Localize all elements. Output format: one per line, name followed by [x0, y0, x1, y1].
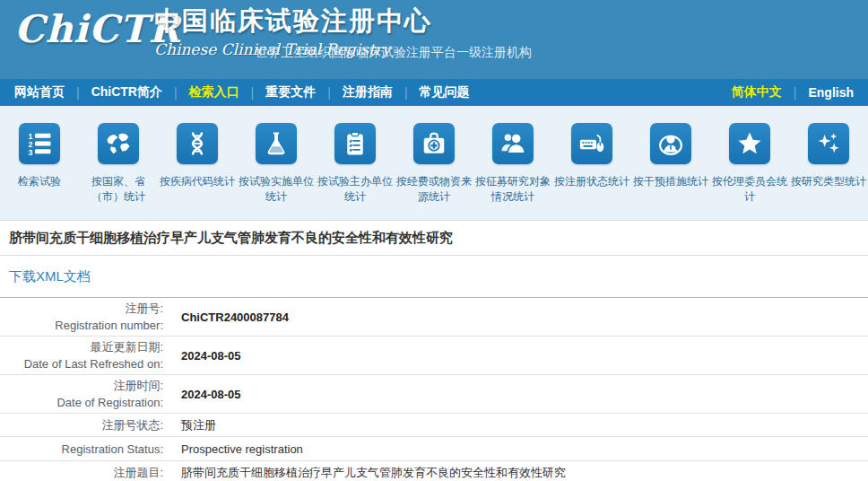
toolbar-item-by-recruitment-status[interactable]: 按征募研究对象情况统计: [473, 123, 552, 220]
site-title-zh: 中国临床试验注册中心: [154, 4, 432, 39]
nav-separator: |: [174, 85, 178, 100]
toolbar-item-label: 按征募研究对象情况统计: [474, 174, 551, 205]
registration-number-value: ChiCTR2400087784: [172, 310, 868, 324]
flask-icon: [256, 123, 297, 164]
toolbar-item-label: 按干预措施统计: [632, 174, 709, 189]
public-title-value: 脐带间充质干细胞移植治疗早产儿支气管肺发育不良的安全性和有效性研究: [172, 465, 868, 481]
table-row: 注册题目: 脐带间充质干细胞移植治疗早产儿支气管肺发育不良的安全性和有效性研究: [0, 461, 868, 481]
toolbar-item-label: 按伦理委员会统计: [711, 174, 788, 205]
toolbar-item-by-sponsor-unit[interactable]: 按试验主办单位统计: [316, 123, 395, 220]
toolbar-item-label: 按注册状态统计: [553, 174, 630, 189]
statistics-toolbar: 123 检索试验 按国家、省（市）统计 按疾病代码统计 按试验实施单位统计 按试…: [0, 106, 868, 221]
dna-icon: [177, 123, 218, 164]
page-title: 脐带间充质干细胞移植治疗早产儿支气管肺发育不良的安全性和有效性研究: [0, 221, 868, 256]
row-label: 注册号状态:: [0, 415, 172, 435]
nav-separator: |: [76, 85, 80, 100]
last-refreshed-value: 2024-08-05: [172, 349, 868, 363]
table-row: Registration Status: Prospective registr…: [0, 437, 868, 461]
toolbar-item-label: 按国家、省（市）统计: [80, 174, 157, 205]
site-banner: ChiCTR 中国临床试验注册中心 Chinese Clinical Trial…: [0, 0, 868, 79]
nav-item-search-entry[interactable]: 检索入口: [189, 84, 239, 101]
nav-item-registration-guide[interactable]: 注册指南: [343, 84, 393, 101]
nav-language-switch: 简体中文 | English: [732, 84, 854, 101]
toolbar-item-search-trials[interactable]: 123 检索试验: [0, 123, 79, 220]
row-label: 最近更新日期: Date of Last Refreshed on:: [0, 337, 172, 374]
people-icon: [492, 123, 534, 164]
toolbar-item-by-country-province[interactable]: 按国家、省（市）统计: [79, 123, 158, 220]
toolbar-item-by-implementing-unit[interactable]: 按试验实施单位统计: [237, 123, 316, 220]
lang-english[interactable]: English: [808, 85, 854, 100]
row-label-en: Date of Last Refreshed on:: [0, 355, 163, 372]
row-label: Registration Status:: [0, 439, 172, 459]
table-row: 注册时间: Date of Registration: 2024-08-05: [0, 375, 868, 414]
row-label-zh: 注册题目:: [0, 464, 163, 481]
toolbar-item-label: 按试验主办单位统计: [317, 174, 394, 205]
toolbar-item-by-intervention[interactable]: 按干预措施统计: [631, 123, 710, 220]
clipboard-icon: [334, 123, 376, 164]
toolbar-item-by-disease-code[interactable]: 按疾病代码统计: [158, 123, 237, 220]
lang-simplified-chinese[interactable]: 简体中文: [732, 84, 782, 101]
download-xml-link[interactable]: 下载XML文档: [9, 268, 91, 285]
toolbar-item-label: 按疾病代码统计: [159, 174, 236, 189]
sparkles-icon: [808, 123, 849, 164]
registration-date-value: 2024-08-05: [172, 388, 868, 401]
world-map-icon: [98, 123, 139, 164]
nav-separator: |: [251, 85, 255, 100]
keyboard-mouse-icon: [571, 123, 612, 164]
row-label-en: Registration Status:: [0, 441, 163, 458]
table-row: 注册号状态: 预注册: [0, 414, 868, 437]
registration-status-zh-value: 预注册: [172, 417, 868, 433]
toolbar-item-label: 按试验实施单位统计: [238, 174, 315, 205]
medical-bag-icon: [413, 123, 455, 164]
toolbar-item-by-registration-status[interactable]: 按注册状态统计: [552, 123, 631, 220]
row-label: 注册时间: Date of Registration:: [0, 375, 172, 413]
toolbar-item-by-ethics-committee[interactable]: 按伦理委员会统计: [710, 123, 789, 220]
toolbar-item-label: 按经费或物资来源统计: [395, 174, 473, 205]
nav-item-important-documents[interactable]: 重要文件: [265, 84, 316, 101]
row-label-zh: 注册时间:: [0, 377, 163, 394]
nav-item-home[interactable]: 网站首页: [14, 84, 65, 101]
table-row: 最近更新日期: Date of Last Refreshed on: 2024-…: [0, 337, 868, 375]
svg-text:3: 3: [29, 148, 33, 157]
row-label-zh: 注册号状态:: [0, 416, 163, 433]
row-label: 注册号: Registration number:: [0, 298, 172, 336]
toolbar-item-label: 按研究类型统计: [790, 174, 867, 189]
doctor-icon: [650, 123, 691, 164]
main-nav: 网站首页 | ChiCTR简介 | 检索入口 | 重要文件 | 注册指南 | 常…: [0, 79, 868, 106]
table-row: 注册号: Registration number: ChiCTR24000877…: [0, 298, 868, 337]
nav-item-faq[interactable]: 常见问题: [420, 84, 470, 101]
toolbar-item-label: 检索试验: [1, 174, 78, 189]
nav-separator: |: [404, 85, 408, 100]
who-platform-subtitle: 世界卫生组织国际临床试验注册平台一级注册机构: [256, 45, 532, 61]
numbered-list-icon: 123: [19, 123, 60, 164]
nav-item-about[interactable]: ChiCTR简介: [91, 84, 162, 101]
row-label-zh: 最近更新日期:: [0, 338, 163, 355]
download-xml-row: 下载XML文档: [0, 256, 868, 298]
registration-status-en-value: Prospective registration: [172, 442, 868, 456]
toolbar-item-by-study-type[interactable]: 按研究类型统计: [789, 123, 868, 220]
registration-detail-table: 注册号: Registration number: ChiCTR24000877…: [0, 298, 868, 481]
row-label-en: Registration number:: [0, 317, 163, 334]
star-icon: [729, 123, 770, 164]
row-label-zh: 注册号:: [0, 300, 163, 317]
row-label: 注册题目:: [0, 462, 172, 481]
toolbar-item-by-funding-source[interactable]: 按经费或物资来源统计: [395, 123, 473, 220]
row-label-en: Date of Registration:: [0, 394, 163, 411]
nav-separator: |: [327, 85, 331, 100]
nav-separator: |: [794, 85, 797, 100]
